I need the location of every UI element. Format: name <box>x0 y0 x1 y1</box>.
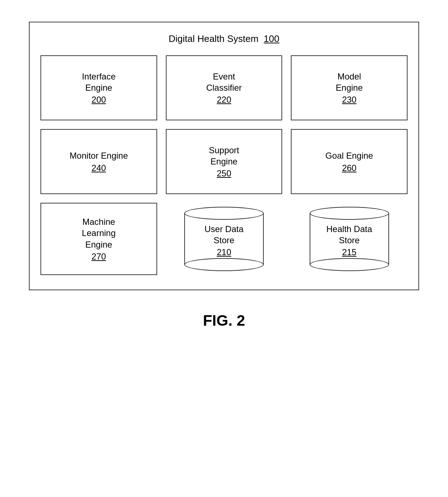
component-grid: InterfaceEngine 200 EventClassifier 220 … <box>40 55 408 275</box>
health-data-store-cell: Health DataStore 215 <box>291 203 408 275</box>
system-title-text: Digital Health System <box>169 33 259 44</box>
monitor-engine-box: Monitor Engine 240 <box>40 129 157 194</box>
health-data-store-body: Health DataStore 215 <box>310 213 389 265</box>
user-data-store-body: User DataStore 210 <box>184 213 264 265</box>
health-data-store-bottom <box>310 258 389 271</box>
event-classifier-box: EventClassifier 220 <box>166 55 283 120</box>
system-title-ref: 100 <box>264 33 279 44</box>
event-classifier-ref: 220 <box>217 95 231 105</box>
goal-engine-ref: 260 <box>342 163 357 173</box>
interface-engine-box: InterfaceEngine 200 <box>40 55 157 120</box>
model-engine-box: ModelEngine 230 <box>291 55 408 120</box>
event-classifier-label: EventClassifier <box>206 71 242 93</box>
user-data-store-ref: 210 <box>217 247 231 257</box>
support-engine-box: SupportEngine 250 <box>166 129 283 194</box>
model-engine-ref: 230 <box>342 95 357 105</box>
goal-engine-label: Goal Engine <box>326 150 373 161</box>
interface-engine-label: InterfaceEngine <box>82 71 116 93</box>
user-data-store-bottom <box>184 258 264 271</box>
support-engine-label: SupportEngine <box>209 145 239 167</box>
health-data-store-ref: 215 <box>342 247 357 257</box>
ml-engine-box: MachineLearningEngine 270 <box>40 203 157 275</box>
interface-engine-ref: 200 <box>91 95 106 105</box>
user-data-store-cell: User DataStore 210 <box>166 203 283 275</box>
user-data-store-label: User DataStore <box>204 223 244 246</box>
monitor-engine-ref: 240 <box>91 163 106 173</box>
system-title: Digital Health System 100 <box>40 33 408 44</box>
user-data-store-top <box>184 207 264 220</box>
goal-engine-box: Goal Engine 260 <box>291 129 408 194</box>
user-data-store-cylinder: User DataStore 210 <box>184 207 264 271</box>
support-engine-ref: 250 <box>217 168 231 179</box>
model-engine-label: ModelEngine <box>336 71 363 93</box>
ml-engine-ref: 270 <box>91 252 106 262</box>
ml-engine-label: MachineLearningEngine <box>82 216 116 250</box>
monitor-engine-label: Monitor Engine <box>70 150 128 161</box>
figure-label: FIG. 2 <box>203 312 245 329</box>
health-data-store-label: Health DataStore <box>326 223 372 246</box>
diagram-container: Digital Health System 100 InterfaceEngin… <box>29 22 419 290</box>
health-data-store-top <box>310 207 389 220</box>
health-data-store-cylinder: Health DataStore 215 <box>310 207 389 271</box>
